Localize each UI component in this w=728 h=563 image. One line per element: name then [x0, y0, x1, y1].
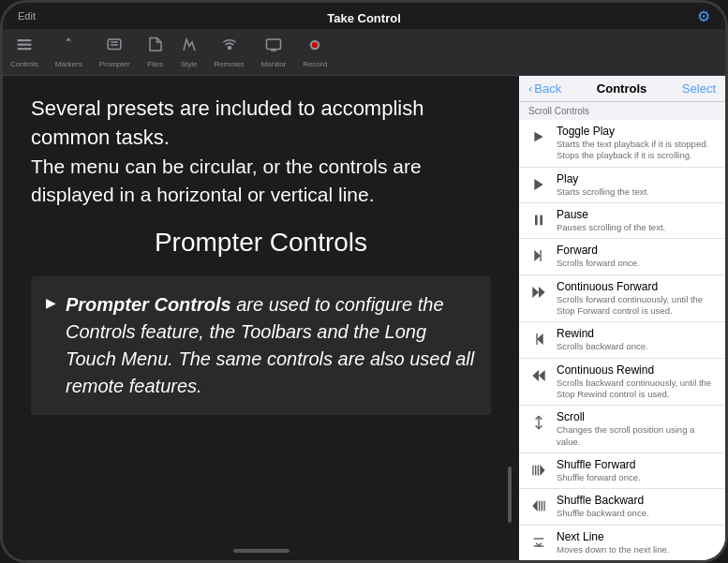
- svg-marker-20: [539, 287, 545, 298]
- control-item[interactable]: Forward Scrolls forward once.: [519, 239, 725, 274]
- svg-point-6: [228, 46, 230, 49]
- toolbar-remotes[interactable]: Remotes: [215, 37, 245, 68]
- control-name: Play: [557, 172, 716, 185]
- blurred-text: Several presets are included to accompli…: [31, 95, 491, 153]
- svg-rect-31: [539, 501, 540, 511]
- record-toolbar-label: Record: [303, 60, 327, 68]
- svg-rect-1: [17, 43, 31, 45]
- control-item[interactable]: Continuous Forward Scrolls forward conti…: [519, 275, 725, 323]
- sidebar-nav: ‹ Back Controls Select: [519, 76, 725, 102]
- svg-rect-2: [17, 48, 31, 50]
- control-name: Toggle Play: [557, 125, 716, 138]
- svg-rect-26: [532, 466, 533, 476]
- svg-marker-21: [537, 333, 543, 345]
- control-desc: Moves down to the next line.: [557, 544, 716, 556]
- toolbar-monitor[interactable]: Monitor: [261, 37, 287, 68]
- control-name: Forward: [557, 244, 716, 257]
- app-title: Take Control: [327, 11, 401, 25]
- main-area: Several presets are included to accompli…: [3, 76, 725, 560]
- back-label: Back: [534, 81, 561, 96]
- monitor-toolbar-icon: [265, 37, 282, 58]
- content-area: Several presets are included to accompli…: [3, 76, 519, 560]
- scroll-indicator[interactable]: [508, 467, 512, 523]
- toolbar-icons: Controls Markers: [10, 37, 327, 68]
- device-frame: Edit Take Control ⚙ Controls: [0, 0, 728, 563]
- toolbar-style[interactable]: Style: [181, 37, 198, 68]
- control-desc: Pauses scrolling of the text.: [557, 222, 716, 233]
- control-item[interactable]: Rewind Scrolls backward once.: [519, 322, 725, 358]
- control-desc: Starts the text playback if it is stoppe…: [557, 139, 716, 162]
- svg-marker-24: [532, 370, 539, 381]
- select-button[interactable]: Select: [682, 81, 716, 96]
- toolbar: Controls Markers: [3, 29, 725, 76]
- files-toolbar-icon: [147, 37, 164, 58]
- control-item[interactable]: Play Starts scrolling the text.: [519, 168, 725, 203]
- toolbar-files[interactable]: Files: [147, 37, 164, 68]
- svg-point-11: [312, 42, 318, 48]
- back-button[interactable]: ‹ Back: [528, 81, 561, 96]
- control-desc: Scrolls backward continuously, until the…: [557, 378, 716, 401]
- control-item[interactable]: Toggle Play Starts the text playback if …: [519, 120, 725, 168]
- shuffle-forward-icon: [528, 460, 549, 481]
- svg-rect-27: [535, 466, 536, 476]
- svg-rect-0: [17, 39, 31, 41]
- style-toolbar-icon: [181, 37, 198, 58]
- toolbar-markers[interactable]: Markers: [55, 37, 82, 68]
- control-name: Rewind: [557, 327, 716, 340]
- control-name: Continuous Forward: [557, 280, 716, 293]
- bullet-section: ▶ Prompter Controls are used to configur…: [31, 276, 491, 415]
- control-name: Scroll: [557, 410, 716, 423]
- control-name: Continuous Rewind: [557, 363, 716, 377]
- forward-icon: [528, 245, 549, 266]
- section-header: Scroll Controls: [519, 102, 725, 120]
- content-heading: Prompter Controls: [31, 228, 491, 258]
- gear-icon[interactable]: ⚙: [697, 7, 710, 25]
- bullet-arrow-icon: ▶: [46, 295, 56, 310]
- rewind-icon: [528, 329, 549, 349]
- svg-rect-16: [540, 215, 542, 226]
- files-toolbar-label: Files: [147, 60, 163, 68]
- control-name: Shuffle Forward: [557, 458, 716, 471]
- toolbar-record[interactable]: Record: [303, 37, 327, 68]
- style-toolbar-label: Style: [181, 60, 198, 68]
- next-line-icon: [528, 532, 549, 553]
- prompter-toolbar-label: Prompter: [99, 60, 130, 68]
- edit-label: Edit: [18, 10, 36, 22]
- control-desc: Starts scrolling the text.: [557, 186, 716, 198]
- control-desc: Shuffle backward once.: [557, 508, 716, 519]
- control-desc: Shuffle forward once.: [557, 472, 716, 483]
- toolbar-prompter[interactable]: Prompter: [99, 37, 130, 68]
- bottom-home-indicator: [233, 549, 290, 553]
- control-desc: Scrolls backward once.: [557, 341, 716, 352]
- controls-toolbar-icon: [16, 37, 33, 58]
- controls-list: Toggle Play Starts the text playback if …: [519, 120, 725, 560]
- control-desc: Changes the scroll position using a valu…: [557, 424, 716, 448]
- markers-toolbar-icon: [60, 37, 77, 58]
- content-body1: The menu can be circular, or the control…: [31, 153, 491, 210]
- controls-toolbar-label: Controls: [10, 60, 38, 68]
- remotes-toolbar-icon: [221, 37, 238, 58]
- remotes-toolbar-label: Remotes: [215, 60, 245, 68]
- control-item[interactable]: Continuous Rewind Scrolls backward conti…: [519, 359, 725, 407]
- svg-rect-15: [535, 215, 538, 226]
- chevron-left-icon: ‹: [528, 81, 532, 96]
- control-item[interactable]: Shuffle Backward Shuffle backward once.: [519, 489, 725, 525]
- svg-marker-30: [532, 500, 537, 511]
- control-name: Next Line: [557, 530, 716, 543]
- prompter-toolbar-icon: [106, 37, 123, 58]
- control-item[interactable]: Shuffle Forward Shuffle forward once.: [519, 453, 725, 489]
- monitor-toolbar-label: Monitor: [261, 60, 287, 68]
- svg-marker-23: [539, 370, 545, 381]
- control-desc: Scrolls forward continuously, until the …: [557, 294, 716, 318]
- svg-rect-32: [542, 501, 542, 511]
- toolbar-controls[interactable]: Controls: [10, 37, 38, 68]
- control-item[interactable]: Scroll Changes the scroll position using…: [519, 406, 725, 453]
- control-item[interactable]: Next Line Moves down to the next line.: [519, 526, 725, 560]
- svg-rect-7: [266, 39, 280, 50]
- sidebar: ‹ Back Controls Select Scroll Controls T…: [519, 76, 725, 560]
- continuous-forward-icon: [528, 282, 549, 303]
- control-item[interactable]: Pause Pauses scrolling of the text.: [519, 203, 725, 239]
- svg-marker-17: [534, 250, 541, 261]
- control-name: Shuffle Backward: [557, 494, 716, 507]
- shuffle-backward-icon: [528, 496, 549, 516]
